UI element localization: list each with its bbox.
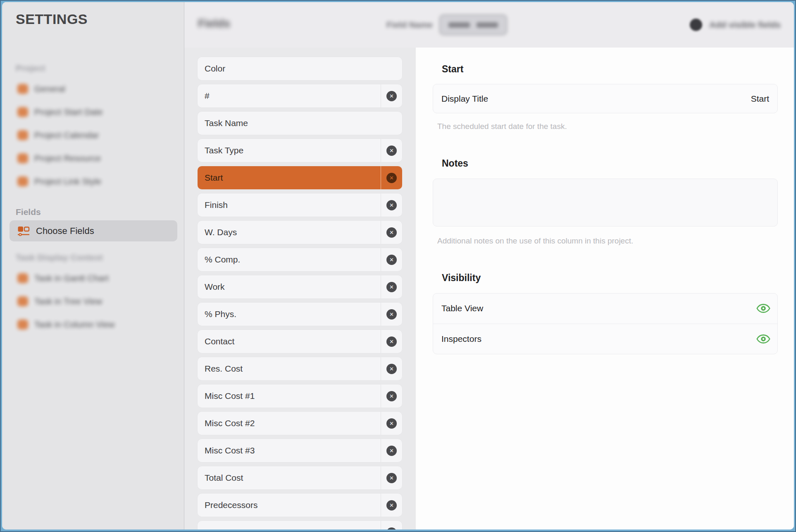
sidebar-item-icon <box>17 320 28 329</box>
remove-field-button[interactable]: ✕ <box>381 439 402 462</box>
sidebar-item[interactable]: Project Link Style <box>2 170 184 193</box>
sidebar-item-label: Project Calendar <box>34 130 99 140</box>
topbar: Fields Field Name Add visible fields <box>184 2 794 48</box>
visibility-row: Table View <box>433 293 777 324</box>
sidebar-section-task-display-label: Task Display Context <box>2 253 184 262</box>
field-name-group: Field Name <box>386 2 507 48</box>
field-row[interactable]: Res. Cost ✕ <box>198 357 402 380</box>
field-list: Color # ✕ Task Name Task Type <box>184 48 416 530</box>
sidebar-item[interactable]: Project Start Date <box>2 100 184 124</box>
add-visible-fields-button[interactable]: Add visible fields <box>690 2 781 48</box>
field-row[interactable]: Misc Cost #1 ✕ <box>198 384 402 408</box>
remove-field-button[interactable]: ✕ <box>381 412 402 435</box>
topbar-title: Fields <box>198 17 230 30</box>
sidebar-item-label: Task in Column View <box>34 320 115 329</box>
field-row-label: Color <box>198 57 402 80</box>
sidebar-item-icon <box>17 296 28 306</box>
sidebar-item-choose-fields[interactable]: Choose Fields <box>10 220 177 241</box>
field-row[interactable]: Task Type ✕ <box>198 139 402 162</box>
field-row-label: % Phys. <box>198 303 381 326</box>
sidebar-item-icon <box>17 130 28 140</box>
field-row[interactable]: Start ✕ <box>198 166 402 189</box>
field-name-control[interactable] <box>439 14 507 35</box>
sidebar-item-label: General <box>34 84 65 94</box>
field-row[interactable]: ✕ <box>198 521 402 530</box>
sidebar-item-icon <box>17 177 28 186</box>
remove-icon: ✕ <box>386 446 397 456</box>
field-row[interactable]: Misc Cost #3 ✕ <box>198 439 402 462</box>
sidebar-item-label: Project Link Style <box>34 177 101 186</box>
remove-field-button[interactable]: ✕ <box>381 303 402 326</box>
remove-field-button[interactable]: ✕ <box>381 357 402 380</box>
field-row[interactable]: Total Cost ✕ <box>198 466 402 489</box>
field-row[interactable]: Color <box>198 57 402 80</box>
remove-field-button[interactable]: ✕ <box>381 275 402 298</box>
field-detail-panel: Start Display Title Start The scheduled … <box>416 48 794 530</box>
visibility-row-label: Inspectors <box>441 334 481 344</box>
eye-icon[interactable] <box>756 303 771 314</box>
visibility-row-label: Table View <box>441 303 483 313</box>
notes-input[interactable] <box>433 179 778 227</box>
field-row[interactable]: Task Name <box>198 112 402 135</box>
display-title-field[interactable]: Display Title Start <box>433 84 778 113</box>
remove-icon: ✕ <box>386 200 397 210</box>
remove-field-button[interactable]: ✕ <box>381 466 402 489</box>
remove-icon: ✕ <box>386 364 397 374</box>
remove-field-button[interactable]: ✕ <box>381 84 402 107</box>
sidebar-item[interactable]: Task in Tree View <box>2 290 184 313</box>
field-row-label: Predecessors <box>198 494 381 517</box>
remove-field-button[interactable]: ✕ <box>381 193 402 217</box>
display-title-value: Start <box>751 94 769 104</box>
field-name-label: Field Name <box>386 20 433 30</box>
sidebar-item-label: Choose Fields <box>36 226 94 236</box>
field-row-label: Misc Cost #2 <box>198 412 381 435</box>
remove-icon: ✕ <box>386 500 397 511</box>
field-row[interactable]: Finish ✕ <box>198 193 402 217</box>
remove-field-button[interactable]: ✕ <box>381 330 402 353</box>
field-row-label: Task Type <box>198 139 381 162</box>
main-area: Fields Field Name Add visible fields Col… <box>184 2 794 530</box>
remove-field-button[interactable]: ✕ <box>381 494 402 517</box>
sidebar-project-items: General Project Start Date Project Calen… <box>2 77 184 193</box>
sidebar-item[interactable]: Task in Column View <box>2 313 184 336</box>
remove-field-button[interactable]: ✕ <box>381 384 402 408</box>
field-row[interactable]: % Comp. ✕ <box>198 248 402 271</box>
field-row[interactable]: Misc Cost #2 ✕ <box>198 412 402 435</box>
display-title-caption: The scheduled start date for the task. <box>437 122 567 131</box>
field-row[interactable]: # ✕ <box>198 84 402 107</box>
sidebar: SETTINGS Project General Project Start D… <box>2 2 184 530</box>
settings-title: SETTINGS <box>16 11 88 27</box>
sidebar-item[interactable]: Project Resource <box>2 147 184 170</box>
remove-field-button[interactable]: ✕ <box>381 221 402 244</box>
field-row-label: Misc Cost #1 <box>198 384 381 408</box>
field-row[interactable]: W. Days ✕ <box>198 221 402 244</box>
remove-icon: ✕ <box>386 146 397 156</box>
settings-window: SETTINGS Project General Project Start D… <box>2 2 794 530</box>
eye-icon[interactable] <box>756 334 771 344</box>
remove-field-button[interactable]: ✕ <box>381 139 402 162</box>
field-row[interactable]: Predecessors ✕ <box>198 494 402 517</box>
sidebar-section-task-display: Task Display Context Task in Gantt Chart… <box>2 253 184 336</box>
sidebar-item[interactable]: Task in Gantt Chart <box>2 267 184 290</box>
sidebar-item-label: Project Start Date <box>34 107 103 117</box>
sidebar-section-fields: Fields Choose Fields <box>2 207 184 241</box>
sidebar-item[interactable]: General <box>2 77 184 100</box>
field-row-label: Finish <box>198 193 381 217</box>
remove-icon: ✕ <box>386 473 397 483</box>
remove-field-button[interactable]: ✕ <box>381 521 402 530</box>
sidebar-task-display-items: Task in Gantt Chart Task in Tree View Ta… <box>2 267 184 336</box>
detail-title: Start <box>442 64 463 75</box>
field-row-label: W. Days <box>198 221 381 244</box>
remove-field-button[interactable]: ✕ <box>381 166 402 189</box>
field-row-label <box>198 521 381 530</box>
sidebar-item-label: Project Resource <box>34 153 101 163</box>
field-row[interactable]: Contact ✕ <box>198 330 402 353</box>
remove-icon: ✕ <box>386 227 397 238</box>
field-row[interactable]: Work ✕ <box>198 275 402 298</box>
remove-field-button[interactable]: ✕ <box>381 248 402 271</box>
field-row[interactable]: % Phys. ✕ <box>198 303 402 326</box>
notes-caption: Additional notes on the use of this colu… <box>437 236 633 246</box>
remove-icon: ✕ <box>386 391 397 401</box>
visibility-card: Table View Inspectors <box>433 293 778 354</box>
sidebar-item[interactable]: Project Calendar <box>2 124 184 147</box>
